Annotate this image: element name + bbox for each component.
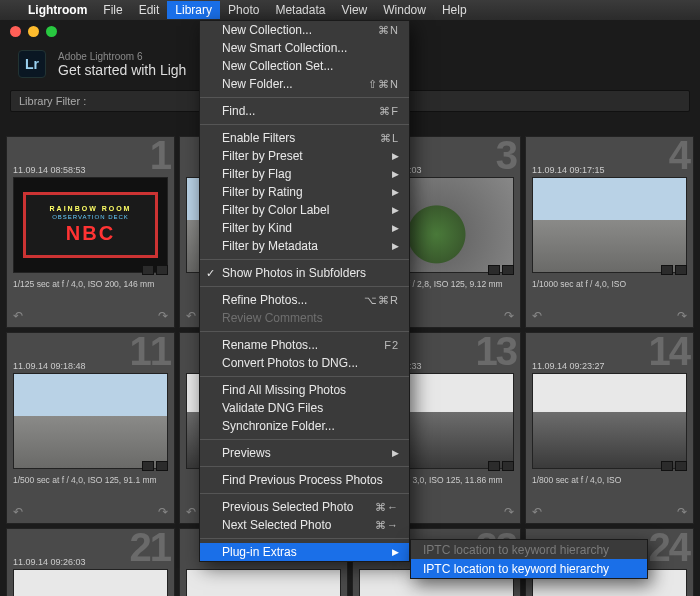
submenu-item[interactable]: IPTC location to keyword hierarchy [411,559,647,578]
menu-shortcut: ⌘F [379,105,399,118]
submenu-item[interactable]: IPTC location to keyword hierarchy [411,540,647,559]
submenu-arrow-icon: ▶ [392,223,399,233]
menu-separator [200,439,409,440]
thumbnail-cell[interactable]: 1111.09.14 09:18:481/500 sec at f / 4,0,… [6,332,175,524]
thumbnail-image[interactable] [13,569,168,596]
thumbnail-image[interactable] [186,569,341,596]
menubar-item-metadata[interactable]: Metadata [267,1,333,19]
menu-item[interactable]: New Smart Collection... [200,39,409,57]
thumbnail-cell[interactable]: 2111.09.14 09:26:03↶↷ [6,528,175,596]
macos-menubar: Lightroom File Edit Library Photo Metada… [0,0,700,20]
rotate-left-icon[interactable]: ↶ [13,505,23,519]
cell-metadata: 1/800 sec at f / 4,0, ISO [532,475,687,485]
menu-item[interactable]: Enable Filters⌘L [200,129,409,147]
menu-item[interactable]: Convert Photos to DNG... [200,354,409,372]
plugin-extras-submenu: IPTC location to keyword hierarchyIPTC l… [410,539,648,579]
thumbnail-image[interactable] [13,373,168,469]
submenu-arrow-icon: ▶ [392,241,399,251]
brand-subtitle: Adobe Lightroom 6 [58,51,186,62]
minimize-icon[interactable] [28,26,39,37]
menu-separator [200,124,409,125]
menu-item[interactable]: Find Previous Process Photos [200,471,409,489]
menu-item[interactable]: Filter by Color Label▶ [200,201,409,219]
menu-item[interactable]: New Collection Set... [200,57,409,75]
menu-item[interactable]: Filter by Metadata▶ [200,237,409,255]
cell-index: 3 [496,136,516,178]
menu-item[interactable]: Find All Missing Photos [200,381,409,399]
cell-metadata: 1/125 sec at f / 4,0, ISO 200, 146 mm [13,279,168,289]
menu-item[interactable]: Previews▶ [200,444,409,462]
menu-item[interactable]: Synchronize Folder... [200,417,409,435]
menu-item-label: Filter by Metadata [222,239,318,253]
rotate-left-icon[interactable]: ↶ [13,309,23,323]
rotate-left-icon[interactable]: ↶ [532,505,542,519]
cell-badges [488,265,514,275]
menu-item-label: Synchronize Folder... [222,419,335,433]
thumbnail-cell[interactable]: 111.09.14 08:58:53RAINBOW ROOMOBSERVATIO… [6,136,175,328]
menubar-item-edit[interactable]: Edit [131,1,168,19]
menubar-item-file[interactable]: File [95,1,130,19]
cell-index: 4 [669,136,689,178]
cell-badges [142,265,168,275]
menu-item-label: Filter by Preset [222,149,303,163]
menubar-item-photo[interactable]: Photo [220,1,267,19]
menu-item-label: Previous Selected Photo [222,500,353,514]
thumbnail-cell[interactable]: 411.09.14 09:17:151/1000 sec at f / 4,0,… [525,136,694,328]
menu-item-label: Find Previous Process Photos [222,473,383,487]
zoom-icon[interactable] [46,26,57,37]
close-icon[interactable] [10,26,21,37]
cell-index: 1 [150,136,170,178]
rotate-left-icon[interactable]: ↶ [186,505,196,519]
submenu-arrow-icon: ▶ [392,448,399,458]
menu-item[interactable]: Filter by Preset▶ [200,147,409,165]
menu-item[interactable]: New Collection...⌘N [200,21,409,39]
menu-item[interactable]: Rename Photos...F2 [200,336,409,354]
thumbnail-cell[interactable]: 1411.09.14 09:23:271/800 sec at f / 4,0,… [525,332,694,524]
menu-item[interactable]: Filter by Flag▶ [200,165,409,183]
rotate-right-icon[interactable]: ↷ [504,309,514,323]
menu-separator [200,331,409,332]
menu-item[interactable]: Previous Selected Photo⌘← [200,498,409,516]
rotate-left-icon[interactable]: ↶ [186,309,196,323]
brand-title: Get started with Ligh [58,62,186,78]
menubar-item-library[interactable]: Library [167,1,220,19]
menu-item-label: Review Comments [222,311,323,325]
thumbnail-image[interactable] [532,177,687,273]
cell-badges [661,461,687,471]
menubar-item-view[interactable]: View [333,1,375,19]
rotate-right-icon[interactable]: ↷ [504,505,514,519]
app-logo: Lr [18,50,46,78]
menubar-app-name[interactable]: Lightroom [20,1,95,19]
rotate-right-icon[interactable]: ↷ [158,505,168,519]
thumbnail-image[interactable]: RAINBOW ROOMOBSERVATION DECKNBC [13,177,168,273]
menu-item[interactable]: ✓Show Photos in Subfolders [200,264,409,282]
menu-item-label: Filter by Flag [222,167,291,181]
menu-item-label: Show Photos in Subfolders [222,266,366,280]
menu-item[interactable]: Plug-in Extras▶ [200,543,409,561]
rotate-right-icon[interactable]: ↷ [158,309,168,323]
cell-metadata: 1/500 sec at f / 4,0, ISO 125, 91.1 mm [13,475,168,485]
rotate-right-icon[interactable]: ↷ [677,309,687,323]
menubar-item-window[interactable]: Window [375,1,434,19]
menu-item-label: Filter by Kind [222,221,292,235]
menu-item[interactable]: Filter by Rating▶ [200,183,409,201]
menu-item-label: Enable Filters [222,131,295,145]
rotate-left-icon[interactable]: ↶ [532,309,542,323]
submenu-arrow-icon: ▶ [392,205,399,215]
menu-separator [200,97,409,98]
menu-item[interactable]: Validate DNG Files [200,399,409,417]
thumbnail-image[interactable] [532,373,687,469]
cell-index: 21 [130,528,171,570]
menubar-item-help[interactable]: Help [434,1,475,19]
menu-item[interactable]: Refine Photos...⌥⌘R [200,291,409,309]
menu-item-label: New Collection... [222,23,312,37]
menu-item-label: Plug-in Extras [222,545,297,559]
menu-item[interactable]: Filter by Kind▶ [200,219,409,237]
cell-badges [661,265,687,275]
cell-index: 14 [649,332,690,374]
rotate-right-icon[interactable]: ↷ [677,505,687,519]
menu-item[interactable]: Next Selected Photo⌘→ [200,516,409,534]
menu-item[interactable]: New Folder...⇧⌘N [200,75,409,93]
menu-item[interactable]: Find...⌘F [200,102,409,120]
cell-timestamp: 11.09.14 08:58:53 [13,165,86,175]
